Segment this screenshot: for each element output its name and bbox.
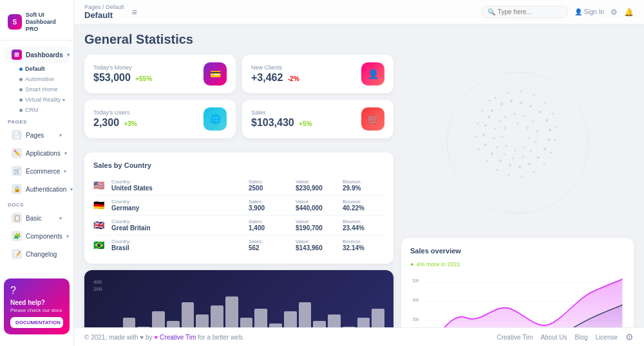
stat-card-users: Today's Users 2,300 +3% 🌐 <box>84 100 236 138</box>
help-box-subtitle: Please check our docs <box>10 307 63 313</box>
bar <box>167 321 180 328</box>
sidebar-item-pages[interactable]: 📄 Pages ▾ <box>4 127 70 143</box>
stat-value: +3,462 <box>251 72 283 83</box>
sidebar-item-applications[interactable]: ✏️ Applications ▾ <box>4 145 70 161</box>
main-content: General Statistics Today's Money $53,000 <box>74 24 644 327</box>
svg-point-31 <box>496 147 498 149</box>
svg-point-19 <box>484 124 487 127</box>
svg-point-59 <box>475 136 477 138</box>
svg-point-10 <box>544 148 546 150</box>
bar <box>313 321 326 328</box>
svg-point-18 <box>482 134 485 136</box>
footer-link-creativetim[interactable]: Creative Tim <box>497 334 533 341</box>
svg-point-28 <box>522 156 524 158</box>
changelog-label: Changelog <box>26 251 57 258</box>
components-label: Components <box>26 233 62 240</box>
sidebar-item-dashboards[interactable]: ⊞ Dashboards ▾ <box>4 46 70 63</box>
country-table-title: Sales by Country <box>93 161 384 169</box>
applications-icon: ✏️ <box>12 148 22 158</box>
sidebar-item-components[interactable]: 🧩 Components ▾ <box>4 228 70 244</box>
sidebar-item-ecommerce[interactable]: 🛒 Ecommerce ▾ <box>4 163 70 179</box>
sales-col: Sales: 1,400 <box>249 219 290 232</box>
svg-point-65 <box>447 88 589 197</box>
users-icon: 🌐 <box>204 107 227 131</box>
stat-change: -2% <box>288 75 299 82</box>
svg-point-15 <box>499 159 502 162</box>
bounce-col: Bounce: 29.9% <box>343 179 384 192</box>
help-box-title: Need help? <box>10 299 63 306</box>
svg-point-52 <box>543 163 545 165</box>
stat-info: Sales $103,430 +5% <box>251 109 312 129</box>
logo-icon: S <box>8 14 22 30</box>
stat-label: New Clients <box>251 64 299 71</box>
country-name-col: Country: Germany <box>111 199 243 212</box>
sidebar-item-changelog[interactable]: 📝 Changelog <box>4 246 70 262</box>
table-row: 🇧🇷 Country: Brasil Sales: 562 Value: <box>93 235 384 255</box>
table-row: 🇩🇪 Country: Germany Sales: 3,900 Value: <box>93 196 384 215</box>
notifications-icon[interactable]: 🔔 <box>624 8 634 17</box>
svg-point-6 <box>539 111 542 113</box>
sales-badge: ● 4% more in 2021 <box>410 261 625 268</box>
badge-dot: ● <box>410 261 413 268</box>
svg-point-33 <box>494 128 496 130</box>
svg-point-40 <box>505 145 507 147</box>
bar <box>123 318 136 327</box>
table-row: 🇬🇧 Country: Great Britain Sales: 1,400 V… <box>93 215 384 235</box>
stat-info: New Clients +3,462 -2% <box>251 64 299 84</box>
stat-label: Today's Money <box>93 64 152 71</box>
sidebar-item-authentication[interactable]: 🔒 Authentication ▾ <box>4 181 70 197</box>
svg-point-12 <box>528 163 531 165</box>
stat-label: Today's Users <box>93 109 137 116</box>
search-icon: 🔍 <box>488 8 495 15</box>
sales-chart-svg: 500 400 300 200 100 <box>410 273 625 328</box>
sidebar-sub-automotive[interactable]: Automotive <box>0 74 73 84</box>
svg-point-47 <box>544 102 546 104</box>
menu-icon[interactable]: ≡ <box>132 7 137 17</box>
footer-link-blog[interactable]: Blog <box>575 334 588 341</box>
svg-point-38 <box>523 147 525 149</box>
sidebar-sub-default[interactable]: Default <box>0 64 73 74</box>
svg-point-60 <box>477 123 478 125</box>
svg-point-67 <box>473 72 563 214</box>
search-box[interactable]: 🔍 <box>482 6 568 18</box>
footer-link-license[interactable]: License <box>596 334 618 341</box>
svg-point-3 <box>510 100 513 102</box>
svg-point-37 <box>528 138 530 140</box>
bar <box>357 318 370 327</box>
clients-icon: 👤 <box>361 62 384 86</box>
svg-point-14 <box>509 164 511 167</box>
svg-point-34 <box>498 120 500 122</box>
svg-point-8 <box>549 129 551 131</box>
stats-grid: Today's Money $53,000 +55% 💳 N <box>84 55 393 138</box>
sidebar-sub-smarthome[interactable]: Smart Home <box>0 84 73 95</box>
svg-point-41 <box>501 136 503 138</box>
search-input[interactable] <box>498 8 562 15</box>
country-name-col: Country: Great Britain <box>111 219 243 232</box>
stat-value: 2,300 <box>93 117 119 128</box>
signin-button[interactable]: 👤 Sign In <box>574 8 604 15</box>
bar <box>328 314 341 327</box>
sidebar-sub-crm[interactable]: CRM <box>0 105 73 115</box>
bar <box>152 311 165 327</box>
svg-point-54 <box>520 176 522 178</box>
sidebar-item-basic[interactable]: 📋 Basic ▾ <box>4 210 70 226</box>
svg-point-42 <box>504 127 506 129</box>
sales-col: Sales: 3,900 <box>249 199 290 212</box>
svg-point-5 <box>529 105 532 107</box>
footer-brand[interactable]: Creative Tim <box>160 334 196 341</box>
svg-point-17 <box>484 143 487 146</box>
bar-chart-area <box>93 293 384 327</box>
footer-gear-icon[interactable]: ⚙ <box>625 332 634 342</box>
svg-point-30 <box>503 154 505 156</box>
settings-icon[interactable]: ⚙ <box>611 8 618 17</box>
svg-point-44 <box>507 92 509 94</box>
documentation-button[interactable]: DOCUMENTATION <box>10 317 63 328</box>
footer-link-about[interactable]: About Us <box>540 334 567 341</box>
sidebar-sub-vr[interactable]: Virtual Reality ▾ <box>0 95 73 105</box>
sales-col: Sales: 562 <box>249 239 290 251</box>
sidebar: S Soft UIDashboard PRO ⊞ Dashboards ▾ De… <box>0 0 74 346</box>
stat-value: $53,000 <box>93 72 131 83</box>
country-name-col: Country: United States <box>111 179 243 192</box>
svg-point-9 <box>547 138 550 141</box>
sales-icon: 🛒 <box>361 107 384 131</box>
